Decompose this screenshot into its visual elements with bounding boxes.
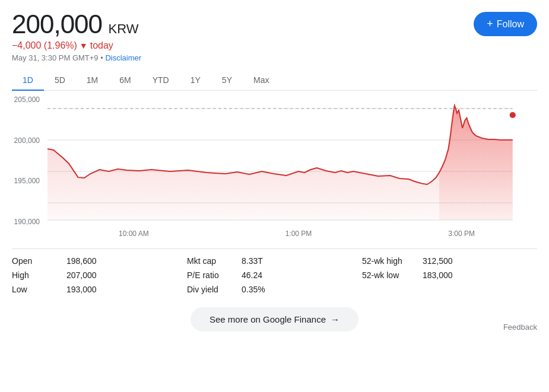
stat-divyield-label: Div yield [187, 285, 234, 294]
chart-svg [47, 95, 537, 226]
stats-section: Open 198,600 High 207,000 Low 193,000 Mk… [12, 248, 537, 294]
y-label-195: 195,000 [12, 177, 45, 185]
tab-1d[interactable]: 1D [12, 71, 44, 91]
disclaimer-link[interactable]: Disclaimer [105, 53, 141, 62]
stat-pe-value: 46.24 [242, 270, 262, 280]
y-label-190: 190,000 [12, 218, 45, 226]
chart-container: 205,000 200,000 195,000 190,000 [12, 95, 537, 238]
stat-mktcap-label: Mkt cap [187, 256, 234, 266]
stat-52wklow: 52-wk low 183,000 [362, 270, 537, 280]
plus-icon: + [487, 18, 493, 30]
see-more-button[interactable]: See more on Google Finance → [191, 307, 358, 332]
chart-svg-area: Previousclose 204,000 10:00 AM 1:00 PM 3… [47, 95, 537, 238]
stat-high-label: High [12, 270, 59, 280]
stat-low-label: Low [12, 285, 59, 294]
follow-button[interactable]: + Follow [474, 12, 537, 36]
price-block: 200,000 KRW −4,000 (1.96%) ▼ today May 3… [12, 9, 141, 62]
header-row: 200,000 KRW −4,000 (1.96%) ▼ today May 3… [12, 9, 537, 62]
x-label-placeholder-left [47, 230, 119, 238]
tabs-row: 1D 5D 1M 6M YTD 1Y 5Y Max [12, 71, 537, 91]
stat-mktcap: Mkt cap 8.33T [187, 256, 362, 266]
tab-1y[interactable]: 1Y [180, 71, 211, 91]
stat-pe: P/E ratio 46.24 [187, 270, 362, 280]
x-label-placeholder-mid [149, 230, 285, 238]
prev-close-dot [510, 112, 516, 118]
stat-52wklow-label: 52-wk low [362, 270, 415, 280]
stat-low-value: 193,000 [66, 285, 97, 294]
stats-col-1: Open 198,600 High 207,000 Low 193,000 [12, 256, 187, 294]
stat-divyield-value: 0.35% [242, 285, 265, 294]
timestamp-row: May 31, 3:30 PM GMT+9 • Disclaimer [12, 53, 141, 62]
currency-label: KRW [109, 21, 139, 36]
stat-52wkhigh-value: 312,500 [423, 256, 453, 266]
y-label-205: 205,000 [12, 95, 45, 104]
tab-6m[interactable]: 6M [109, 71, 141, 91]
see-more-row: See more on Google Finance → Feedback [12, 307, 537, 332]
price-change-value: −4,000 (1.96%) [12, 40, 77, 51]
x-label-10am: 10:00 AM [119, 230, 149, 238]
stat-52wklow-value: 183,000 [423, 270, 453, 280]
stat-mktcap-value: 8.33T [242, 256, 263, 266]
down-arrow-icon: ▼ [80, 41, 88, 50]
stat-52wkhigh-label: 52-wk high [362, 256, 415, 266]
chart-x-axis: 10:00 AM 1:00 PM 3:00 PM [47, 228, 499, 238]
x-label-1pm: 1:00 PM [285, 230, 312, 238]
stat-open-label: Open [12, 256, 59, 266]
stat-52wkhigh: 52-wk high 312,500 [362, 256, 537, 266]
tab-5d[interactable]: 5D [44, 71, 76, 91]
stat-high-value: 207,000 [66, 270, 97, 280]
see-more-label: See more on Google Finance [210, 314, 326, 324]
stats-col-2: Mkt cap 8.33T P/E ratio 46.24 Div yield … [187, 256, 362, 294]
stat-divyield: Div yield 0.35% [187, 285, 362, 294]
stat-pe-label: P/E ratio [187, 270, 234, 280]
tab-max[interactable]: Max [243, 71, 280, 91]
x-label-placeholder-mid2 [312, 230, 448, 238]
change-period-label: today [90, 40, 113, 51]
price-change-row: −4,000 (1.96%) ▼ today [12, 40, 141, 51]
stats-col-3: 52-wk high 312,500 52-wk low 183,000 [362, 256, 537, 294]
tab-ytd[interactable]: YTD [142, 71, 180, 91]
stat-low: Low 193,000 [12, 285, 187, 294]
x-label-3pm: 3:00 PM [448, 230, 475, 238]
x-label-placeholder-right [475, 230, 499, 238]
stat-open-value: 198,600 [66, 256, 97, 266]
feedback-link[interactable]: Feedback [503, 323, 537, 332]
stat-high: High 207,000 [12, 270, 187, 280]
y-label-200: 200,000 [12, 136, 45, 145]
price-main-row: 200,000 KRW [12, 9, 141, 39]
stat-open: Open 198,600 [12, 256, 187, 266]
tab-1m[interactable]: 1M [76, 71, 109, 91]
chart-y-axis: 205,000 200,000 195,000 190,000 [12, 95, 45, 226]
tab-5y[interactable]: 5Y [211, 71, 243, 91]
follow-label: Follow [497, 19, 524, 30]
timestamp-text: May 31, 3:30 PM GMT+9 [12, 53, 99, 62]
see-more-arrow: → [331, 314, 339, 324]
current-price: 200,000 [12, 9, 102, 39]
